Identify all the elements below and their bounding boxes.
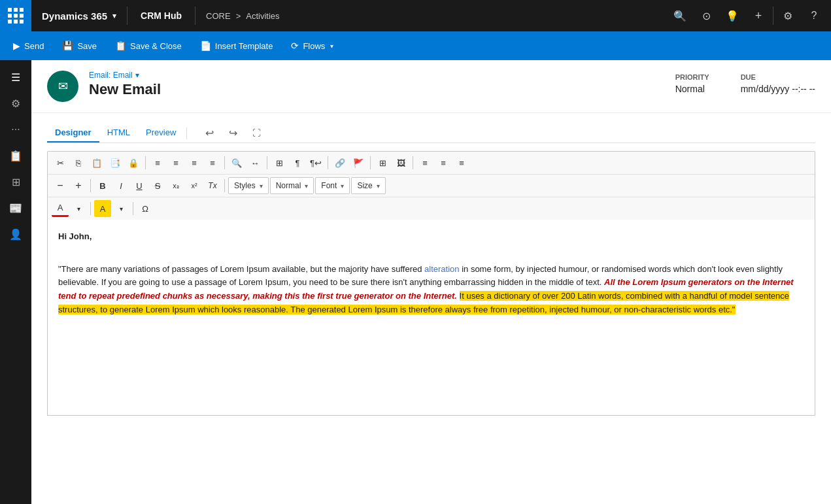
email-type[interactable]: Email: Email ▾ <box>89 71 675 80</box>
right-divider <box>773 7 773 25</box>
due-value[interactable]: mm/dd/yyyy --:-- -- <box>741 84 815 94</box>
sidebar-document[interactable]: 📰 <box>4 196 27 220</box>
highlight-button[interactable]: A <box>94 200 111 217</box>
redo-button[interactable]: ↪ <box>224 124 242 143</box>
align-center-button[interactable]: ≡ <box>167 154 184 171</box>
clear-format-button[interactable]: Tx <box>204 177 221 194</box>
decrease-indent-button[interactable]: − <box>52 177 69 194</box>
help-button[interactable]: ? <box>802 4 826 27</box>
sidebar-hamburger[interactable]: ☰ <box>4 65 27 89</box>
indent-button[interactable]: ≡ <box>453 154 470 171</box>
tb-sep-3 <box>267 156 267 169</box>
font-color-arrow[interactable]: ▾ <box>70 200 87 217</box>
email-title-area: Email: Email ▾ New Email <box>89 71 675 98</box>
insert-template-label: Insert Template <box>215 41 273 51</box>
size-arrow: ▾ <box>377 182 380 190</box>
flows-label: Flows <box>303 41 325 51</box>
tab-preview[interactable]: Preview <box>138 124 184 143</box>
table-button[interactable]: ⊞ <box>374 154 391 171</box>
increase-indent-button[interactable]: + <box>70 177 87 194</box>
undo-button[interactable]: ↩ <box>200 124 218 143</box>
styles-label: Styles <box>234 181 256 190</box>
italic-button[interactable]: I <box>112 177 129 194</box>
para-right-button[interactable]: ¶↩ <box>307 154 324 171</box>
image-button[interactable]: 🖼 <box>392 154 409 171</box>
tab-divider <box>186 127 187 139</box>
save-button[interactable]: 💾 Save <box>54 35 105 56</box>
tab-designer[interactable]: Designer <box>47 124 99 143</box>
paste-text-button[interactable]: 📑 <box>107 154 124 171</box>
priority-label: Priority <box>675 73 709 81</box>
tb-sep-7 <box>90 179 91 192</box>
bulb-icon-button[interactable]: 💡 <box>721 4 744 27</box>
rich-text-editor[interactable]: Hi John, "There are many variations of p… <box>47 220 815 416</box>
strikethrough-button[interactable]: S <box>149 177 166 194</box>
main-content: ✉ Email: Email ▾ New Email Priority Norm… <box>31 60 831 504</box>
replace-button[interactable]: ↔ <box>246 154 263 171</box>
add-button[interactable]: + <box>747 4 770 27</box>
align-left-button[interactable]: ≡ <box>149 154 166 171</box>
size-label: Size <box>357 181 372 190</box>
tab-html[interactable]: HTML <box>99 124 138 143</box>
find-button[interactable]: 🔍 <box>228 154 245 171</box>
ordered-list-button[interactable]: ≡ <box>416 154 433 171</box>
apps-button[interactable] <box>0 0 31 31</box>
expand-button[interactable]: ⛶ <box>247 124 265 143</box>
flag-button[interactable]: 🚩 <box>350 154 367 171</box>
highlight-arrow[interactable]: ▾ <box>112 200 129 217</box>
font-dropdown[interactable]: Font ▾ <box>315 177 350 194</box>
settings-button[interactable]: ⚙ <box>776 4 800 27</box>
priority-value[interactable]: Normal <box>675 84 709 94</box>
copy-button[interactable]: ⎘ <box>70 154 87 171</box>
normal-arrow: ▾ <box>305 182 308 190</box>
target-icon-button[interactable]: ⊙ <box>694 4 718 27</box>
subscript-button[interactable]: x₂ <box>167 177 184 194</box>
search-button[interactable]: 🔍 <box>668 4 692 27</box>
normal-label: Normal <box>276 181 301 190</box>
font-color-button[interactable]: A <box>52 200 69 217</box>
align-right-button[interactable]: ≡ <box>186 154 203 171</box>
toolbar-row-3: A ▾ A ▾ Ω <box>48 197 815 220</box>
unordered-list-button[interactable]: ≡ <box>435 154 452 171</box>
tb-sep-4 <box>328 156 328 169</box>
toolbar-row-2: − + B I U S x₂ x² Tx Styles ▾ <box>48 175 815 197</box>
flows-chevron-icon: ▾ <box>330 42 333 50</box>
send-button[interactable]: ▶ Send <box>5 35 52 56</box>
sidebar-more[interactable]: ··· <box>4 118 27 141</box>
editor-history: ↩ ↪ <box>200 124 242 143</box>
sidebar-clipboard[interactable]: 📋 <box>4 144 27 167</box>
underline-button[interactable]: U <box>131 177 148 194</box>
para-button[interactable]: ¶ <box>289 154 306 171</box>
app-title[interactable]: Dynamics 365 ▾ <box>31 10 127 22</box>
special-char-button[interactable]: Ω <box>137 200 154 217</box>
superscript-button[interactable]: x² <box>186 177 203 194</box>
save-close-label: Save & Close <box>130 41 182 51</box>
size-dropdown[interactable]: Size ▾ <box>351 177 385 194</box>
email-type-chevron: ▾ <box>135 71 139 80</box>
flows-button[interactable]: ⟳ Flows ▾ <box>283 35 341 56</box>
save-label: Save <box>77 41 97 51</box>
cut-button[interactable]: ✂ <box>52 154 69 171</box>
align-justify-button[interactable]: ≡ <box>204 154 221 171</box>
sidebar-grid[interactable]: ⊞ <box>4 170 27 193</box>
top-navigation: Dynamics 365 ▾ CRM Hub CORE > Activities… <box>0 0 831 31</box>
link-button[interactable]: 🔗 <box>331 154 348 171</box>
sidebar-settings[interactable]: ⚙ <box>4 92 27 115</box>
tb-sep-1 <box>145 156 146 169</box>
styles-dropdown[interactable]: Styles ▾ <box>228 177 269 194</box>
save-close-icon: 📋 <box>115 41 126 51</box>
paste-button[interactable]: 📋 <box>88 154 105 171</box>
normal-dropdown[interactable]: Normal ▾ <box>270 177 314 194</box>
send-icon: ▶ <box>13 41 20 51</box>
lock-button[interactable]: 🔒 <box>125 154 142 171</box>
priority-field: Priority Normal <box>675 73 709 94</box>
format-block-button[interactable]: ⊞ <box>271 154 288 171</box>
styles-arrow: ▾ <box>260 182 263 190</box>
editor-area: Designer HTML Preview ↩ ↪ ⛶ ✂ ⎘ 📋 📑 � <box>31 113 831 504</box>
due-field: Due mm/dd/yyyy --:-- -- <box>741 73 815 94</box>
sidebar-user[interactable]: 👤 <box>4 222 27 246</box>
editor-toolbar: ✂ ⎘ 📋 📑 🔒 ≡ ≡ ≡ ≡ 🔍 ↔ ⊞ ¶ ¶↩ <box>47 151 815 220</box>
save-close-button[interactable]: 📋 Save & Close <box>107 35 190 56</box>
insert-template-button[interactable]: 📄 Insert Template <box>192 35 281 56</box>
bold-button[interactable]: B <box>94 177 111 194</box>
